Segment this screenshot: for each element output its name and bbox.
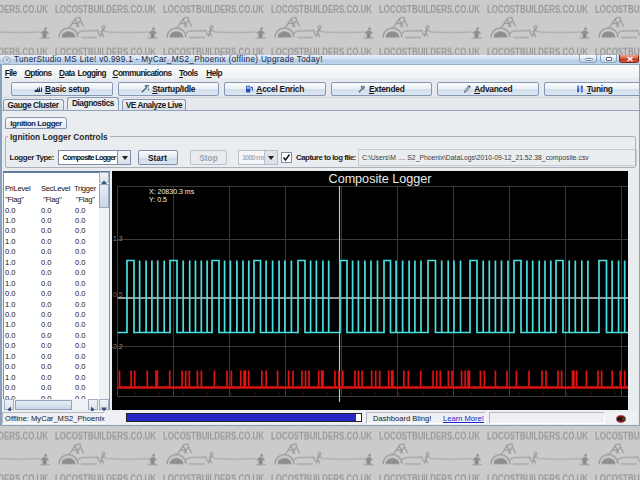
svg-text:Composite Logger: Composite Logger [329,172,432,186]
svg-text:0.5: 0.5 [113,291,123,298]
svg-text:-0.2: -0.2 [112,343,123,350]
svg-text:X: 20830.3 ms: X: 20830.3 ms [149,188,195,195]
svg-text:Y: 0.5: Y: 0.5 [149,196,167,203]
svg-text:1.3: 1.3 [113,235,123,242]
